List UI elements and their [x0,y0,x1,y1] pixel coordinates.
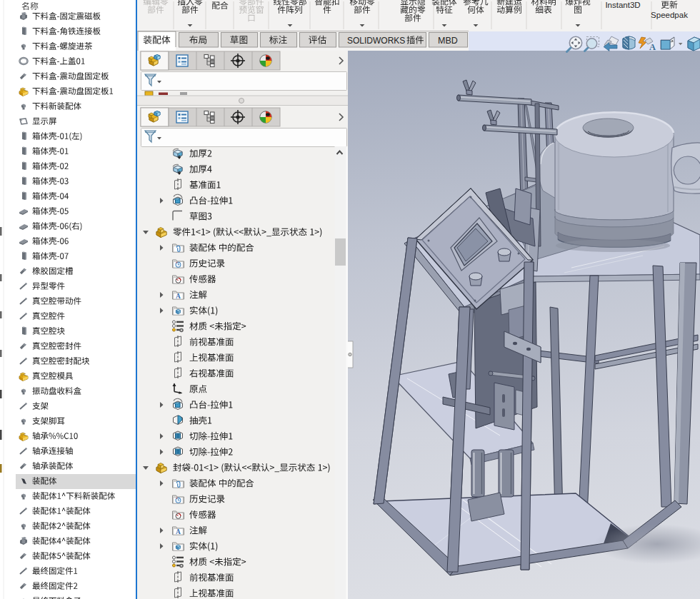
svg-text:A: A [176,293,181,300]
svg-text:Instant3D: Instant3D [605,1,640,9]
svg-text:SOLIDWORKS: SOLIDWORKS [347,36,405,46]
svg-text:A: A [649,42,656,52]
svg-text:Speedpak: Speedpak [651,11,688,19]
svg-text:MBD: MBD [438,36,458,46]
svg-text:A: A [176,528,181,535]
